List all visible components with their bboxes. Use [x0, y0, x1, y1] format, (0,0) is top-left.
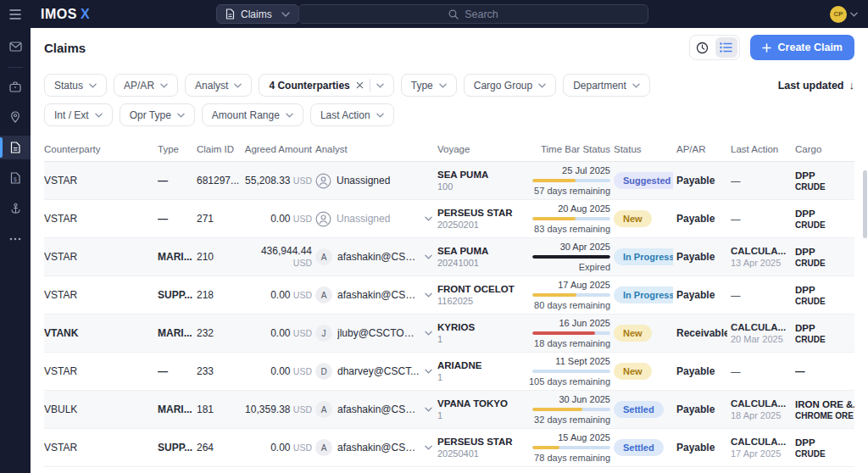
cell-analyst[interactable]: Aafashakin@CSC... [315, 248, 434, 265]
column-header-status[interactable]: Status [614, 144, 673, 154]
table-row[interactable]: VSTAR—2330.00 USDDdharvey@CSCT...ARIADNE… [44, 353, 854, 391]
cell-analyst[interactable]: Jjluby@CSCTON... [315, 325, 434, 342]
voyage-name: PERSEUS STAR [437, 437, 526, 447]
cell-time-bar-status: 15 Aug 202578 days remaining [529, 432, 610, 463]
cell-analyst[interactable]: Aafashakin@CSC... [315, 287, 434, 303]
last-action-label: CALCULA... [731, 437, 792, 447]
cell-analyst[interactable]: Unassigned [315, 173, 434, 189]
list-view-icon [720, 42, 732, 53]
filter-chip-status[interactable]: Status [44, 74, 107, 97]
close-icon[interactable] [356, 81, 364, 89]
voyage-number: 1 [437, 410, 526, 420]
main-content: Claims Create Claim StatusAP/ARAnalyst4 … [31, 28, 868, 473]
column-header-last-action[interactable]: Last Action [731, 144, 792, 154]
chevron-down-icon [160, 83, 168, 88]
column-header-claim-id[interactable]: Claim ID [197, 144, 241, 154]
sidebar-item-cargo[interactable] [0, 75, 31, 98]
vertical-scrollbar[interactable] [863, 170, 867, 238]
filter-chip-amount-range[interactable]: Amount Range [202, 103, 303, 126]
page-header: Claims Create Claim [31, 28, 868, 67]
chevron-down-icon [439, 83, 447, 88]
filter-chip-cargo-group[interactable]: Cargo Group [464, 74, 556, 97]
currency-label: USD [293, 366, 312, 376]
filter-chip-ap-ar[interactable]: AP/AR [114, 74, 178, 97]
chevron-down-icon [89, 83, 97, 88]
cell-analyst[interactable]: Aafashakin@CSC... [315, 439, 434, 456]
column-header-type[interactable]: Type [158, 144, 193, 154]
time-bar [532, 370, 610, 373]
analyst-avatar: A [315, 401, 332, 418]
cell-status: In Progress [614, 248, 673, 265]
list-view-toggle[interactable] [715, 37, 737, 58]
last-action-date: 13 Apr 2025 [731, 258, 792, 268]
filter-chip-last-action[interactable]: Last Action [310, 103, 394, 126]
sidebar: $ [0, 28, 31, 473]
chevron-down-icon [376, 113, 384, 118]
filter-chip-analyst[interactable]: Analyst [185, 74, 252, 97]
column-header-agreed-amount[interactable]: Agreed Amount [244, 144, 312, 154]
column-header-counterparty[interactable]: Counterparty [44, 144, 154, 154]
filter-chip-type[interactable]: Type [401, 74, 457, 97]
status-badge: Suggested [614, 172, 673, 189]
table-row[interactable]: VTANKMARI...2320.00 USDJjluby@CSCTON...K… [44, 314, 854, 353]
column-header-time-bar-status[interactable]: Time Bar Status [529, 144, 610, 154]
chevron-down-icon[interactable] [425, 254, 434, 259]
status-badge: In Progress [614, 287, 673, 303]
cell-counterparty: VSTAR [44, 365, 154, 377]
filter-chip-4-counterparties[interactable]: 4 Counterparties [259, 74, 393, 97]
cell-apar: Payable [676, 251, 727, 263]
hamburger-icon[interactable] [0, 9, 31, 19]
sidebar-item-more[interactable] [0, 227, 31, 251]
table-row[interactable]: VSTARSUPP...2640.00 USDAafashakin@CSC...… [44, 429, 854, 467]
sidebar-item-claims[interactable] [0, 136, 31, 159]
sidebar-item-mail[interactable] [0, 35, 31, 58]
module-selector[interactable]: Claims [216, 4, 299, 24]
cell-analyst[interactable]: Ddharvey@CSCT... [315, 363, 434, 380]
table-row[interactable]: VSTAR—681297...55,208.33 USDUnassignedSE… [44, 162, 854, 200]
status-badge: New [614, 363, 652, 380]
chevron-down-icon[interactable] [425, 292, 434, 298]
table-row[interactable]: VSTARSUPP...2180.00 USDAafashakin@CSC...… [44, 276, 854, 314]
cell-analyst[interactable]: Aafashakin@CSC... [315, 401, 434, 418]
sidebar-item-ports[interactable] [0, 105, 31, 129]
time-bar [532, 255, 610, 259]
filter-chip-opr-type[interactable]: Opr Type [120, 103, 195, 126]
filter-chip-label: 4 Counterparties [269, 80, 349, 92]
search-input[interactable]: Search [298, 4, 648, 24]
chevron-down-icon [234, 83, 242, 88]
user-menu[interactable]: CP [830, 6, 858, 23]
sidebar-item-vessels[interactable] [0, 197, 31, 220]
sort-control[interactable]: Last updated ↓ [778, 79, 854, 92]
table-row[interactable]: VSTAR—2710.00 USDUnassignedPERSEUS STAR2… [44, 200, 854, 238]
cell-analyst[interactable]: Unassigned [315, 211, 434, 227]
status-badge: Settled [614, 439, 664, 456]
chevron-down-icon[interactable] [425, 216, 434, 221]
chevron-down-icon[interactable] [425, 407, 434, 412]
time-bar-remaining: 105 days remaining [529, 376, 610, 387]
filter-bar: StatusAP/ARAnalyst4 CounterpartiesTypeCa… [31, 67, 868, 136]
column-header-cargo[interactable]: Cargo [795, 144, 854, 154]
table-row[interactable]: VBULKMARI...18110,359.38 USDAafashakin@C… [44, 391, 854, 429]
clock-view-toggle[interactable] [692, 37, 714, 58]
time-bar-date: 30 Apr 2025 [529, 242, 610, 252]
chevron-down-icon[interactable] [425, 331, 434, 336]
create-claim-button[interactable]: Create Claim [750, 35, 854, 60]
time-bar-remaining: 57 days remaining [529, 186, 610, 196]
cell-status: New [614, 363, 673, 380]
column-header-voyage[interactable]: Voyage [437, 144, 526, 154]
column-header-analyst[interactable]: Analyst [315, 144, 434, 154]
filter-chip-label: Amount Range [212, 109, 280, 121]
column-header-ap-ar[interactable]: AP/AR [676, 144, 727, 154]
cell-counterparty: VSTAR [44, 442, 154, 454]
mail-icon [9, 42, 22, 52]
filter-chip-department[interactable]: Department [563, 74, 650, 97]
chevron-down-icon[interactable] [425, 445, 434, 450]
sidebar-item-invoices[interactable]: $ [0, 166, 31, 190]
analyst-name: afashakin@CSC... [337, 403, 420, 415]
filter-chip-int-ext[interactable]: Int / Ext [44, 103, 113, 126]
cargo-main: DPP [795, 170, 854, 181]
chevron-down-icon[interactable] [425, 369, 434, 374]
currency-label: USD [293, 290, 312, 300]
table-row[interactable]: VSTARMARI...210436,944.44 USDAafashakin@… [44, 238, 854, 276]
cell-agreed-amount: 0.00 USD [244, 327, 312, 339]
